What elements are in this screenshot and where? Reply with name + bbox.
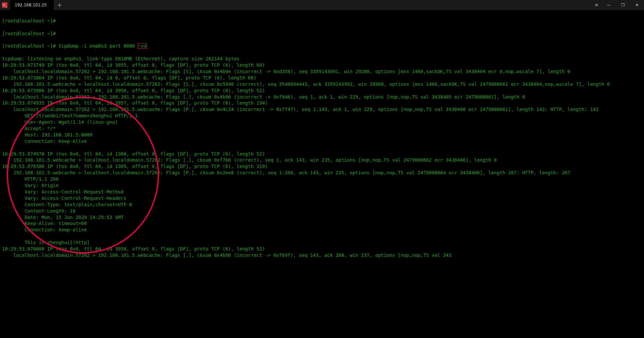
output-line: 192.168.101.5.webcache > localhost.local… xyxy=(2,170,642,176)
output-line: Content-Length: 16 xyxy=(2,208,642,214)
output-line: Connection: keep-alive xyxy=(2,227,642,233)
output-line: 192.168.101.5.webcache > localhost.local… xyxy=(2,157,642,163)
output-line xyxy=(2,145,642,151)
prompt-command-line: [root@localhost ~]# tcpdump -i enp0s3 po… xyxy=(2,43,642,49)
close-button[interactable]: ✕ xyxy=(630,0,644,10)
output-line: 10:29:53.074935 IP (tos 0x0, ttl 64, id … xyxy=(2,100,642,106)
output-line: HTTP/1.1 200 xyxy=(2,176,642,182)
output-line: 10:29:53.073749 IP (tos 0x0, ttl 64, id … xyxy=(2,62,642,68)
prompt-line: [root@localhost ~]# xyxy=(2,31,642,37)
output-line: localhost.localdomain.57262 > 192.168.10… xyxy=(2,94,642,100)
output-line: 10:29:53.076586 IP (tos 0x0, ttl 64, id … xyxy=(2,163,642,170)
prompt-line: [root@localhost ~]# xyxy=(2,18,642,24)
output-line: 10:29:53.073864 IP (tos 0x0, ttl 64, id … xyxy=(2,75,642,81)
output-line: Vary: Access-Control-Request-Headers xyxy=(2,195,642,202)
minimize-button[interactable]: — xyxy=(602,0,616,10)
output-line: Connection: Keep-Alive xyxy=(2,138,642,145)
output-line: GET /truedei/test?name=zhenghui HTTP/1.1 xyxy=(2,113,642,119)
output-line: Keep-Alive: timeout=60 xyxy=(2,220,642,227)
terminal-tab[interactable]: 192.168.101.25 xyxy=(10,0,54,10)
highlight-annotation: -vv xyxy=(138,43,147,49)
output-line: localhost.localdomain.57262 > 192.168.10… xyxy=(2,106,642,113)
output-line: localhost.localdomain.57262 > 192.168.10… xyxy=(2,68,642,75)
output-line xyxy=(2,233,642,239)
output-line: Vary: Access-Control-Request-Method xyxy=(2,189,642,195)
terminal-output[interactable]: [root@localhost ~]# [root@localhost ~]# … xyxy=(0,10,644,265)
hamburger-menu-icon[interactable]: ≡ xyxy=(592,0,602,10)
output-line: 10:29:53.074978 IP (tos 0x0, ttl 64, id … xyxy=(2,151,642,157)
output-line: User-Agent: Wget/1.14 (linux-gnu) xyxy=(2,119,642,125)
output-line: tcpdump: listening on enp0s3, link-type … xyxy=(2,56,642,62)
app-icon: >_ xyxy=(2,2,7,8)
output-line: 192.168.101.5.webcache > localhost.local… xyxy=(2,81,642,88)
output-line: Date: Mon, 15 Jun 2020 14:29:53 GMT xyxy=(2,214,642,221)
output-line: Host: 192.168.101.5:8080 xyxy=(2,132,642,138)
window-controls: — ❐ ✕ xyxy=(602,0,644,10)
output-line: localhost.localdomain.57262 > 192.168.10… xyxy=(2,252,642,259)
output-line: Content-Type: text/plain;charset=UTF-8 xyxy=(2,202,642,208)
output-line: 10:29:53.073906 IP (tos 0x0, ttl 64, id … xyxy=(2,88,642,94)
output-line: Accept: */* xyxy=(2,125,642,132)
tab-title: 192.168.101.25 xyxy=(15,2,47,8)
maximize-button[interactable]: ❐ xyxy=(616,0,630,10)
output-line: 10:29:53.076600 IP (tos 0x0, ttl 64, id … xyxy=(2,246,642,252)
titlebar: >_ 192.168.101.25 + ≡ — ❐ ✕ xyxy=(0,0,644,10)
new-tab-button[interactable]: + xyxy=(54,0,64,10)
output-line: This is zhenghui[!http] xyxy=(2,239,642,246)
output-line: Vary: Origin xyxy=(2,182,642,189)
